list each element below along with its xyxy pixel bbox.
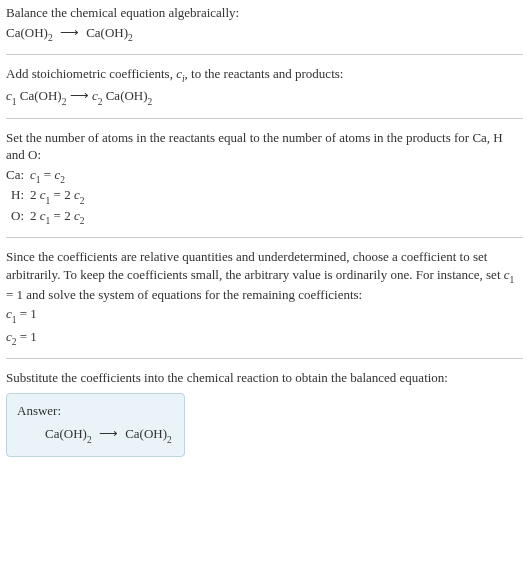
cv: c [504, 267, 510, 282]
c2: c [92, 88, 98, 103]
v: = 1 [17, 329, 37, 344]
cvs: 1 [510, 275, 515, 285]
product-base: Ca(OH) [86, 25, 128, 40]
r-sub: 2 [62, 97, 67, 107]
eqs: = [41, 167, 55, 182]
eqs: = [50, 187, 64, 202]
product: Ca(OH)2 [125, 426, 172, 441]
rv: c [74, 208, 80, 223]
lv: c [30, 167, 36, 182]
rc: 2 [64, 187, 74, 202]
txt-b: , to the reactants and products: [185, 66, 344, 81]
ls: 1 [46, 216, 51, 226]
t1: Since the coefficients are relative quan… [6, 249, 504, 282]
table-row: Ca: c1 = c2 [6, 166, 88, 186]
table-row: H: 2 c1 = 2 c2 [6, 186, 88, 206]
table-row: O: 2 c1 = 2 c2 [6, 207, 88, 227]
lv: c [40, 187, 46, 202]
intro-text: Balance the chemical equation algebraica… [6, 4, 523, 22]
r-base: Ca(OH) [45, 426, 87, 441]
lc: 2 [30, 208, 40, 223]
solution-c1: c1 = 1 [6, 305, 523, 325]
section-atom-equations: Set the number of atoms in the reactants… [6, 129, 523, 227]
r-sub: 2 [87, 435, 92, 445]
p-base: Ca(OH) [106, 88, 148, 103]
equation-unbalanced: Ca(OH)2 ⟶ Ca(OH)2 [6, 24, 523, 44]
reactant-sub: 2 [48, 33, 53, 43]
lc: 2 [30, 187, 40, 202]
divider [6, 358, 523, 359]
divider [6, 54, 523, 55]
arrow-icon: ⟶ [95, 426, 122, 441]
element-label: H: [6, 186, 30, 206]
reactant-base: Ca(OH) [6, 25, 48, 40]
element-label: O: [6, 207, 30, 227]
rv: c [74, 187, 80, 202]
solution-c2: c2 = 1 [6, 328, 523, 348]
atom-eq-text: Set the number of atoms in the reactants… [6, 129, 523, 164]
ls: 1 [46, 196, 51, 206]
element-label: Ca: [6, 166, 30, 186]
rs: 2 [60, 175, 65, 185]
rc: 2 [64, 208, 74, 223]
add-coeff-text: Add stoichiometric coefficients, ci, to … [6, 65, 523, 85]
c1: c [6, 88, 12, 103]
equation-cell: 2 c1 = 2 c2 [30, 186, 88, 206]
r-base: Ca(OH) [20, 88, 62, 103]
eqs: = [50, 208, 64, 223]
product-sub: 2 [128, 33, 133, 43]
ls: 1 [36, 175, 41, 185]
lv: c [40, 208, 46, 223]
c: c [6, 329, 12, 344]
answer-label: Answer: [17, 402, 172, 420]
section-balance-intro: Balance the chemical equation algebraica… [6, 4, 523, 44]
c1-sub: 1 [12, 97, 17, 107]
solve-text: Since the coefficients are relative quan… [6, 248, 523, 303]
equation-cell: 2 c1 = 2 c2 [30, 207, 88, 227]
rs: 2 [80, 196, 85, 206]
divider [6, 118, 523, 119]
reactant: Ca(OH)2 [6, 25, 53, 40]
cs: 1 [12, 315, 17, 325]
equation-cell: c1 = c2 [30, 166, 88, 186]
ci-sub: i [182, 74, 185, 84]
c2-sub: 2 [98, 97, 103, 107]
divider [6, 237, 523, 238]
answer-box: Answer: Ca(OH)2 ⟶ Ca(OH)2 [6, 393, 185, 457]
p-base: Ca(OH) [125, 426, 167, 441]
p-sub: 2 [148, 97, 153, 107]
c: c [6, 306, 12, 321]
eq1: = 1 [6, 287, 23, 302]
t2: and solve the system of equations for th… [23, 287, 362, 302]
p-sub: 2 [167, 435, 172, 445]
section-add-coefficients: Add stoichiometric coefficients, ci, to … [6, 65, 523, 108]
section-solve: Since the coefficients are relative quan… [6, 248, 523, 348]
section-answer: Substitute the coefficients into the che… [6, 369, 523, 456]
arrow-icon: ⟶ [66, 88, 92, 103]
txt-a: Add stoichiometric coefficients, [6, 66, 176, 81]
arrow-icon: ⟶ [56, 25, 83, 40]
balanced-equation: Ca(OH)2 ⟶ Ca(OH)2 [17, 425, 172, 445]
v: = 1 [17, 306, 37, 321]
reactant: Ca(OH)2 [45, 426, 92, 441]
atom-equations-table: Ca: c1 = c2 H: 2 c1 = 2 c2 O: 2 c1 = 2 c… [6, 166, 88, 227]
cs: 2 [12, 337, 17, 347]
product: Ca(OH)2 [86, 25, 133, 40]
substitute-text: Substitute the coefficients into the che… [6, 369, 523, 387]
equation-with-coeffs: c1 Ca(OH)2 ⟶ c2 Ca(OH)2 [6, 87, 523, 107]
rs: 2 [80, 216, 85, 226]
